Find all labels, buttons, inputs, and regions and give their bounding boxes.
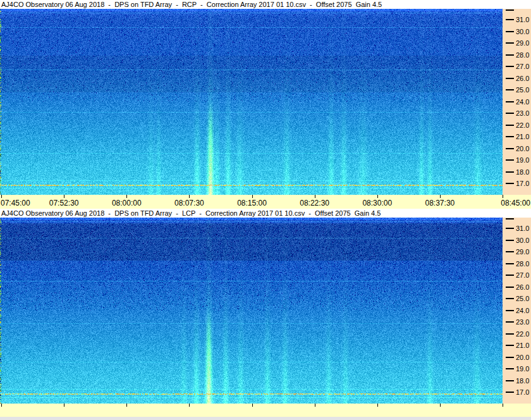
spectrogram-heatmap-lcp[interactable] — [0, 218, 503, 404]
freq-tick-label: 30.0 — [516, 237, 529, 244]
time-tick — [503, 195, 503, 198]
freq-tick: 23.0 — [503, 318, 529, 326]
tick-mark — [506, 392, 514, 393]
time-tick — [252, 404, 253, 407]
freq-tick-label: 28.0 — [516, 260, 529, 268]
tick-mark — [506, 9, 514, 11]
tick-mark — [506, 42, 514, 44]
plot-row-rcp: 31.030.029.028.027.026.025.024.023.022.0… — [0, 9, 531, 195]
freq-tick: 25.0 — [503, 295, 529, 302]
spectrogram-panel-rcp: AJ4CO Observatory 06 Aug 2018 - DPS on T… — [0, 0, 531, 209]
time-tick — [1, 404, 2, 407]
tick-mark — [506, 101, 514, 102]
freq-tick: 22.0 — [503, 330, 529, 338]
freq-tick-label: 20.0 — [516, 354, 529, 361]
time-tick — [377, 404, 378, 407]
tick-mark — [506, 298, 514, 299]
tick-mark — [506, 171, 514, 173]
time-tick — [377, 195, 378, 198]
spectrogram-title-lcp: AJ4CO Observatory 06 Aug 2018 - DPS on T… — [0, 209, 531, 218]
window-background-strip — [0, 417, 531, 420]
spectrogram-title-rcp: AJ4CO Observatory 06 Aug 2018 - DPS on T… — [0, 0, 531, 9]
time-tick — [64, 404, 64, 407]
radio-spectrograph-window: AJ4CO Observatory 06 Aug 2018 - DPS on T… — [0, 0, 531, 420]
time-tick-label: 08:07:30 — [174, 199, 204, 207]
tick-mark — [506, 275, 514, 276]
freq-tick-label: 24.0 — [516, 307, 529, 314]
freq-tick: 27.0 — [503, 63, 529, 70]
freq-tick-label: 25.0 — [516, 86, 529, 94]
frequency-axis-lcp: 31.030.029.028.027.026.025.024.023.022.0… — [503, 218, 531, 404]
time-tick — [126, 404, 127, 407]
time-tick-label: 07:52:30 — [49, 199, 79, 207]
freq-tick: 30.0 — [503, 28, 529, 35]
freq-tick-label: 19.0 — [516, 365, 529, 373]
freq-tick: 20.0 — [503, 145, 529, 152]
freq-tick: 29.0 — [503, 39, 529, 47]
freq-tick-label: 23.0 — [516, 109, 529, 117]
freq-tick-label: 28.0 — [516, 51, 529, 59]
freq-tick-label: 25.0 — [516, 295, 529, 302]
time-tick — [440, 195, 441, 198]
time-tick-label: 07:45:00 — [1, 199, 30, 207]
time-tick-label: 08:30:00 — [362, 199, 392, 207]
freq-tick-label: 21.0 — [516, 342, 529, 349]
time-tick — [189, 195, 190, 198]
freq-tick-label: 23.0 — [516, 318, 529, 326]
freq-tick-label: 26.0 — [516, 75, 529, 82]
freq-tick-label: 31.0 — [516, 225, 529, 232]
plot-row-lcp: 31.030.029.028.027.026.025.024.023.022.0… — [0, 218, 531, 404]
freq-tick-label: 22.0 — [516, 121, 529, 129]
tick-mark — [506, 287, 514, 288]
time-tick — [252, 195, 253, 198]
freq-tick: 30.0 — [503, 237, 529, 244]
tick-mark — [506, 228, 514, 229]
freq-tick: 19.0 — [503, 156, 529, 164]
freq-tick: 22.0 — [503, 121, 529, 129]
tick-mark — [506, 357, 514, 358]
frequency-axis-rcp: 31.030.029.028.027.026.025.024.023.022.0… — [503, 9, 531, 195]
time-tick — [1, 195, 2, 198]
tick-mark — [506, 368, 514, 369]
freq-tick-label: 27.0 — [516, 271, 529, 279]
spectrogram-heatmap-rcp[interactable] — [0, 9, 503, 195]
time-tick-label: 08:15:00 — [237, 199, 267, 207]
time-tick-label: 08:22:30 — [300, 199, 329, 207]
freq-tick-label: 22.0 — [516, 330, 529, 338]
freq-tick-edge — [503, 218, 516, 223]
freq-tick-label: 20.0 — [516, 145, 529, 152]
time-tick — [503, 404, 503, 407]
tick-mark — [506, 263, 514, 264]
tick-mark — [506, 19, 514, 20]
freq-tick-label: 30.0 — [516, 28, 529, 35]
freq-tick-label: 17.0 — [516, 388, 529, 396]
time-tick-label: 08:37:30 — [425, 199, 455, 207]
freq-tick: 18.0 — [503, 168, 529, 176]
tick-mark — [506, 218, 514, 219]
time-axis-lcp — [0, 404, 531, 417]
freq-tick: 31.0 — [503, 225, 529, 232]
time-tick — [315, 195, 315, 198]
tick-mark — [506, 310, 514, 311]
freq-tick: 26.0 — [503, 283, 529, 291]
time-axis-rcp: 07:45:0007:52:3008:00:0008:07:3008:15:00… — [0, 195, 531, 209]
time-tick — [189, 404, 190, 407]
freq-tick-label: 27.0 — [516, 63, 529, 70]
tick-mark — [506, 251, 514, 252]
freq-tick-label: 17.0 — [516, 180, 529, 187]
freq-tick-label: 18.0 — [516, 168, 529, 176]
tick-mark — [506, 136, 514, 137]
time-tick — [440, 404, 441, 407]
freq-tick-label: 19.0 — [516, 156, 529, 164]
tick-mark — [506, 31, 514, 32]
freq-tick: 27.0 — [503, 271, 529, 279]
freq-tick-label: 29.0 — [516, 39, 529, 47]
freq-tick-label: 29.0 — [516, 248, 529, 256]
tick-mark — [506, 333, 514, 335]
freq-tick-label: 31.0 — [516, 16, 529, 23]
tick-mark — [506, 78, 514, 79]
freq-tick: 19.0 — [503, 365, 529, 373]
freq-tick: 28.0 — [503, 260, 529, 268]
tick-mark — [506, 159, 514, 161]
freq-tick: 23.0 — [503, 109, 529, 117]
